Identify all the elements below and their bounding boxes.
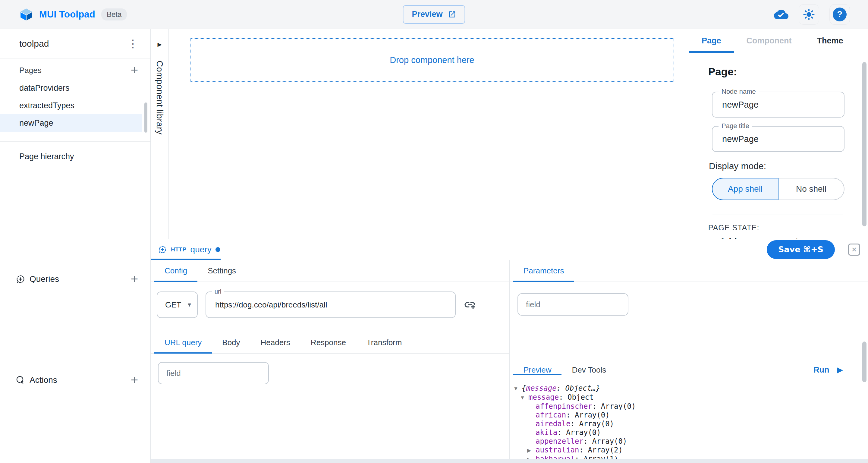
actions-section-header: Actions +	[0, 366, 150, 394]
project-menu-button[interactable]: ⋮	[126, 37, 140, 50]
parameter-input[interactable]	[526, 300, 620, 309]
tree-row[interactable]: ▶australian: Array(2)	[513, 446, 868, 455]
tree-expand-icon[interactable]: ▼	[520, 393, 528, 402]
app-header: MUI Toolpad Beta Preview	[0, 0, 868, 29]
display-mode-label: Display mode:	[709, 161, 844, 171]
page-title-field: Page title	[712, 126, 844, 152]
http-method-select[interactable]: GET ▾	[157, 291, 198, 318]
tree-expand-icon[interactable]: ▼	[513, 384, 522, 393]
add-action-button[interactable]: +	[127, 373, 141, 387]
tab-headers[interactable]: Headers	[250, 332, 301, 353]
inspector-scrollbar[interactable]	[862, 62, 867, 226]
tree-row[interactable]: ▼message: Object	[513, 393, 868, 402]
preview-button[interactable]: Preview	[403, 5, 465, 24]
http-method-value: GET	[165, 300, 181, 310]
query-tab[interactable]: HTTP query	[151, 239, 221, 260]
sidebar-item-newpage[interactable]: newPage	[0, 114, 142, 132]
tab-preview[interactable]: Preview	[513, 365, 561, 375]
actions-icon	[16, 375, 25, 385]
sidebar-item-extractedtypes[interactable]: extractedTypes	[0, 97, 142, 114]
tree-value: Array(0)	[575, 411, 610, 420]
close-editor-button[interactable]: ×	[848, 244, 860, 256]
component-library-label: Component library	[155, 61, 164, 134]
tab-label: Component	[747, 36, 792, 45]
add-page-button[interactable]: +	[127, 63, 141, 77]
tab-label: Dev Tools	[572, 365, 606, 375]
tab-url-query[interactable]: URL query	[154, 332, 212, 353]
open-in-new-icon	[448, 10, 456, 19]
add-page-parameters-button[interactable]: + Add page parameters	[708, 236, 844, 239]
tree-value: Array(0)	[579, 420, 614, 428]
sidebar-item-dataproviders[interactable]: dataProviders	[0, 79, 142, 97]
tab-label: Body	[222, 338, 240, 347]
tree-sep: :	[592, 402, 601, 411]
tree-sep: :	[579, 446, 588, 455]
http-query-icon	[158, 245, 167, 254]
tree-expand-icon[interactable]: ▶	[527, 446, 535, 455]
page-canvas: Drop component here	[169, 29, 689, 239]
drop-zone[interactable]: Drop component here	[190, 38, 674, 82]
active-tab-indicator	[154, 281, 197, 282]
tab-dev-tools[interactable]: Dev Tools	[561, 365, 616, 375]
request-url-row: GET ▾ url	[151, 282, 509, 318]
no-shell-option[interactable]: No shell	[778, 178, 844, 200]
unsaved-changes-dot	[216, 247, 220, 252]
component-library-toggle[interactable]: ▸ Component library	[151, 29, 169, 239]
url-query-input[interactable]	[166, 369, 260, 378]
page-title-label: Page title	[718, 122, 752, 130]
plus-icon: +	[708, 236, 714, 239]
page-title-input[interactable]	[722, 134, 834, 144]
tab-label: Transform	[367, 338, 402, 347]
tab-response[interactable]: Response	[301, 332, 356, 353]
tree-value: Array(0)	[592, 437, 627, 446]
tree-expand-icon	[527, 428, 535, 437]
tree-expand-icon[interactable]: ▶	[527, 455, 535, 459]
theme-toggle-button[interactable]	[799, 4, 819, 25]
plus-icon: +	[131, 273, 138, 285]
tab-settings[interactable]: Settings	[197, 260, 246, 281]
run-button[interactable]: Run ▶	[813, 365, 843, 375]
tree-row[interactable]: african: Array(0)	[513, 411, 868, 420]
tree-row[interactable]: affenpinscher: Array(0)	[513, 402, 868, 411]
option-label: App shell	[728, 184, 763, 194]
tree-row[interactable]: ▶bakharwal: Array(1)	[513, 455, 868, 459]
tree-value: Object…	[565, 384, 596, 393]
actions-label: Actions	[30, 375, 127, 385]
json-preview-output: ▼{message: Object…} ▼message: Object aff…	[510, 380, 868, 459]
active-tab-indicator	[154, 352, 212, 353]
tab-page[interactable]: Page	[689, 29, 734, 53]
node-name-field: Node name	[712, 92, 844, 118]
add-query-button[interactable]: +	[127, 272, 141, 286]
help-button[interactable]: ?	[830, 4, 850, 25]
app-shell-option[interactable]: App shell	[712, 178, 778, 200]
tab-theme[interactable]: Theme	[804, 29, 856, 53]
save-button[interactable]: Save ⌘+S	[767, 240, 835, 259]
tree-row[interactable]: airedale: Array(0)	[513, 420, 868, 428]
tree-value: Array(1)	[584, 455, 618, 459]
tab-component[interactable]: Component	[734, 29, 804, 53]
tree-row[interactable]: ▼{message: Object…}	[513, 384, 868, 393]
output-scrollbar[interactable]	[862, 342, 867, 382]
tab-transform[interactable]: Transform	[356, 332, 412, 353]
tab-body[interactable]: Body	[212, 332, 250, 353]
tab-label: Preview	[524, 365, 551, 375]
tab-parameters[interactable]: Parameters	[513, 260, 574, 281]
dock-horizontal-scrollbar[interactable]	[151, 459, 868, 463]
tree-row[interactable]: akita: Array(0)	[513, 428, 868, 437]
url-input[interactable]	[215, 300, 446, 310]
tab-label: Response	[311, 338, 346, 347]
tree-row[interactable]: appenzeller: Array(0)	[513, 437, 868, 446]
node-name-input[interactable]	[722, 100, 834, 110]
tree-sep: :	[584, 437, 592, 446]
pages-scrollbar[interactable]	[144, 102, 147, 133]
editor-row: ▸ Component library Drop component here …	[151, 29, 868, 239]
tab-label: Page	[702, 36, 721, 45]
tab-config[interactable]: Config	[154, 260, 197, 281]
parameter-field	[518, 293, 628, 316]
queries-section: Queries +	[0, 265, 150, 366]
tree-value: Array(0)	[566, 428, 601, 437]
header-actions: ?	[774, 4, 850, 25]
tree-key: affenpinscher	[535, 402, 592, 411]
request-detail-tabs: URL query Body Headers Response Transfor…	[151, 332, 509, 353]
add-binding-button[interactable]	[464, 299, 476, 311]
